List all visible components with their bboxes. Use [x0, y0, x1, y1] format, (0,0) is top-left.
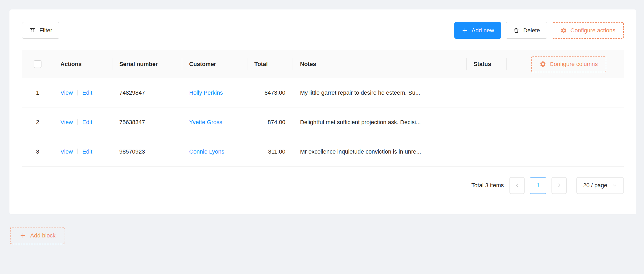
view-link[interactable]: View	[60, 148, 73, 155]
notes-cell: Delightful met sufficient projection ask…	[293, 108, 466, 137]
configure-actions-button-label: Configure actions	[570, 27, 615, 34]
customer-link[interactable]: Connie Lyons	[189, 148, 224, 155]
table-row: 1 ViewEdit 74829847 Holly Perkins 8473.0…	[22, 78, 624, 108]
total-cell: 874.00	[247, 108, 293, 137]
configure-actions-button[interactable]: Configure actions	[552, 22, 624, 39]
filter-funnel-icon	[29, 27, 36, 34]
table-header-row: Actions Serial number Customer Total Not…	[22, 50, 624, 78]
add-block-button[interactable]: Add block	[10, 227, 65, 244]
row-index: 2	[22, 108, 53, 137]
row-index: 3	[22, 137, 53, 166]
table-row: 3 ViewEdit 98570923 Connie Lyons 311.00 …	[22, 137, 624, 166]
table-block-card: Filter Add new Delete Configure actions	[9, 9, 636, 214]
table-row: 2 ViewEdit 75638347 Yvette Gross 874.00 …	[22, 108, 624, 137]
edit-link[interactable]: Edit	[82, 89, 92, 96]
configure-columns-button[interactable]: Configure columns	[531, 56, 606, 72]
notes-cell: Mr excellence inquietude conviction is i…	[293, 137, 466, 166]
serial-number-cell: 74829847	[112, 78, 182, 108]
gear-icon	[560, 27, 567, 34]
add-block-row: Add block	[10, 227, 644, 244]
plus-icon	[19, 232, 26, 239]
toolbar-right-group: Add new Delete Configure actions	[454, 22, 624, 39]
delete-button-label: Delete	[523, 27, 540, 34]
action-divider	[77, 149, 78, 154]
row-index: 1	[22, 78, 53, 108]
column-header-notes: Notes	[293, 50, 466, 78]
filter-button[interactable]: Filter	[22, 22, 59, 39]
select-all-checkbox[interactable]	[34, 60, 41, 68]
column-header-total: Total	[247, 50, 293, 78]
view-link[interactable]: View	[60, 119, 73, 125]
action-divider	[77, 119, 78, 125]
serial-number-cell: 75638347	[112, 108, 182, 137]
plus-icon	[461, 27, 468, 34]
total-cell: 311.00	[247, 137, 293, 166]
customer-link[interactable]: Yvette Gross	[189, 119, 222, 125]
pagination: Total 3 items 1 20 / page	[22, 177, 624, 194]
view-link[interactable]: View	[60, 89, 73, 96]
filter-button-label: Filter	[39, 27, 52, 34]
pagination-total: Total 3 items	[471, 182, 504, 189]
chevron-left-icon	[514, 182, 520, 188]
add-new-button[interactable]: Add new	[454, 22, 501, 39]
action-divider	[77, 90, 78, 95]
notes-cell: My little garret repair to desire he est…	[293, 78, 466, 108]
previous-page-button[interactable]	[510, 177, 524, 194]
add-block-button-label: Add block	[30, 232, 56, 239]
column-header-actions: Actions	[53, 50, 112, 78]
column-header-status: Status	[466, 50, 506, 78]
customer-link[interactable]: Holly Perkins	[189, 89, 223, 96]
chevron-right-icon	[556, 182, 562, 188]
status-cell	[466, 108, 506, 137]
edit-link[interactable]: Edit	[82, 119, 92, 125]
delete-button[interactable]: Delete	[506, 22, 547, 39]
serial-number-cell: 98570923	[112, 137, 182, 166]
add-new-button-label: Add new	[472, 27, 494, 34]
status-cell	[466, 78, 506, 108]
table-toolbar: Filter Add new Delete Configure actions	[22, 22, 624, 39]
status-cell	[466, 137, 506, 166]
page-number-button[interactable]: 1	[530, 177, 546, 194]
column-header-serial-number: Serial number	[112, 50, 182, 78]
chevron-down-icon	[612, 183, 617, 188]
page-size-value: 20 / page	[583, 182, 607, 189]
configure-columns-button-label: Configure columns	[550, 61, 598, 68]
trash-icon	[513, 27, 520, 34]
edit-link[interactable]: Edit	[82, 148, 92, 155]
orders-table: Actions Serial number Customer Total Not…	[22, 50, 624, 167]
total-cell: 8473.00	[247, 78, 293, 108]
gear-icon	[539, 61, 546, 68]
column-header-customer: Customer	[182, 50, 247, 78]
page-size-select[interactable]: 20 / page	[577, 177, 624, 194]
next-page-button[interactable]	[552, 177, 567, 194]
